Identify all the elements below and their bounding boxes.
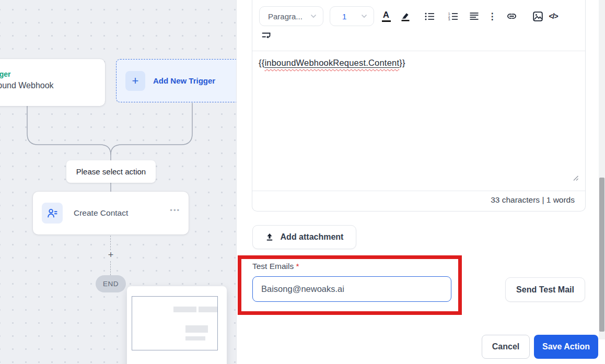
trigger-node-inbound-webhook[interactable]: Trigger Inbound Webhook bbox=[0, 59, 105, 106]
numbered-list-icon: 1.2.3. bbox=[448, 12, 458, 21]
chevron-down-icon bbox=[361, 14, 367, 18]
required-asterisk: * bbox=[296, 262, 299, 271]
placeholder-bar bbox=[199, 307, 217, 312]
paragraph-format-dropdown[interactable]: Paragra... bbox=[259, 6, 323, 26]
save-action-button[interactable]: Save Action bbox=[534, 335, 598, 359]
merge-tag-spellcheck: inboundWebhookRequest.Content bbox=[264, 58, 399, 67]
add-new-trigger-label: Add New Trigger bbox=[153, 76, 215, 85]
bullet-list-button[interactable] bbox=[421, 8, 438, 25]
paragraph-format-value: Paragra... bbox=[268, 12, 302, 21]
test-emails-label: Test Emails * bbox=[252, 262, 299, 271]
highlighter-icon bbox=[401, 11, 410, 21]
add-attachment-label: Add attachment bbox=[281, 232, 344, 242]
align-left-icon bbox=[470, 12, 479, 20]
insert-image-button[interactable] bbox=[529, 8, 546, 25]
code-view-button[interactable]: </> bbox=[545, 8, 562, 25]
character-word-counter: 33 characters | 1 words bbox=[491, 195, 575, 205]
trigger-title: Inbound Webhook bbox=[0, 81, 105, 90]
plus-icon: + bbox=[125, 71, 145, 91]
add-attachment-button[interactable]: Add attachment bbox=[252, 225, 356, 249]
link-icon bbox=[506, 12, 517, 20]
font-size-value: 1 bbox=[339, 12, 346, 21]
end-badge: END bbox=[96, 275, 126, 292]
chevron-down-icon bbox=[310, 14, 317, 18]
send-test-mail-button[interactable]: Send Test Mail bbox=[505, 277, 585, 302]
placeholder-bar bbox=[185, 336, 205, 340]
test-email-input[interactable] bbox=[252, 276, 451, 302]
create-contact-node[interactable]: Create Contact ••• bbox=[33, 192, 189, 234]
numbered-list-button[interactable]: 1.2.3. bbox=[445, 8, 461, 25]
stats-divider bbox=[252, 191, 585, 191]
placeholder-bar bbox=[173, 307, 196, 312]
add-new-trigger-button[interactable]: + Add New Trigger bbox=[116, 59, 237, 102]
font-size-dropdown[interactable]: 1 bbox=[330, 6, 374, 26]
image-icon bbox=[533, 11, 543, 21]
preview-frame bbox=[132, 296, 218, 350]
select-action-hint: Please select action bbox=[66, 160, 156, 183]
upload-icon bbox=[265, 233, 274, 241]
merge-tag: inboundWebhookRequest.Content bbox=[264, 58, 399, 67]
vertical-scrollbar-track[interactable] bbox=[599, 0, 605, 339]
text-align-button[interactable] bbox=[466, 8, 482, 25]
merge-tag-close-braces: }} bbox=[399, 58, 405, 67]
contact-person-icon bbox=[46, 207, 59, 219]
add-action-plus-icon[interactable]: + bbox=[106, 250, 116, 261]
rich-text-editor: Paragra... 1 A bbox=[252, 0, 586, 212]
svg-text:3.: 3. bbox=[448, 18, 451, 21]
end-badge-text: END bbox=[103, 280, 119, 288]
text-color-button[interactable]: A bbox=[378, 8, 394, 25]
merge-tag-open-braces: {{ bbox=[259, 58, 264, 67]
vertical-scrollbar-thumb[interactable] bbox=[599, 178, 604, 332]
line-break-button[interactable] bbox=[259, 28, 274, 43]
trigger-type-label: Trigger bbox=[0, 70, 105, 78]
action-settings-panel: Paragra... 1 A bbox=[237, 0, 605, 364]
create-contact-label: Create Contact bbox=[74, 208, 128, 218]
text-wrap-icon bbox=[262, 31, 271, 40]
cancel-button[interactable]: Cancel bbox=[482, 335, 530, 359]
dashed-connector bbox=[110, 236, 111, 250]
email-body-content[interactable]: {{inboundWebhookRequest.Content}} bbox=[259, 58, 405, 68]
select-action-text: Please select action bbox=[76, 167, 146, 176]
toolbar-divider bbox=[252, 51, 585, 51]
bullet-list-icon bbox=[425, 12, 435, 21]
contact-icon-box bbox=[42, 203, 63, 224]
text-color-icon: A bbox=[383, 10, 389, 19]
editor-resize-handle[interactable] bbox=[572, 174, 579, 181]
node-options-menu-icon[interactable]: ••• bbox=[170, 206, 180, 214]
preview-thumbnail-card bbox=[127, 286, 227, 364]
placeholder-bar bbox=[185, 325, 208, 333]
insert-link-button[interactable] bbox=[503, 8, 520, 25]
workflow-canvas[interactable]: Trigger Inbound Webhook + Add New Trigge… bbox=[0, 0, 237, 364]
highlight-color-button[interactable] bbox=[397, 8, 414, 25]
color-swatch-bar bbox=[382, 20, 391, 22]
more-options-button[interactable]: ⋮ bbox=[484, 8, 501, 25]
dashed-connector bbox=[110, 261, 111, 275]
